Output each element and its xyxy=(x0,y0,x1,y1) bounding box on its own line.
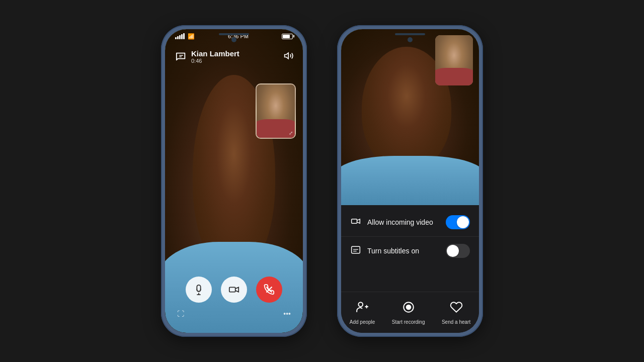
phone2-screen: Allow incoming video xyxy=(341,29,479,333)
video-camera-icon xyxy=(350,216,361,228)
fullscreen-icon[interactable]: ⛶ xyxy=(177,310,184,318)
battery-body xyxy=(282,34,293,39)
send-heart-action[interactable]: Send a heart xyxy=(442,298,470,325)
send-heart-label: Send a heart xyxy=(442,319,470,325)
battery-indicator xyxy=(282,34,293,39)
svg-point-12 xyxy=(358,302,363,307)
camera-dot-phone2 xyxy=(408,37,413,42)
battery-fill xyxy=(283,35,290,38)
speaker-line xyxy=(219,33,249,35)
toggle-knob-subtitles xyxy=(447,245,459,257)
signal-bars xyxy=(175,33,185,39)
option-divider xyxy=(341,236,479,237)
allow-video-toggle[interactable] xyxy=(446,215,470,229)
subtitles-icon xyxy=(350,245,361,257)
phone-1: 📶 6:36 PM xyxy=(161,25,307,337)
caller-name: Kian Lambert xyxy=(191,49,284,58)
bottom-icons: ⛶ ••• xyxy=(165,310,303,318)
option-row-video: Allow incoming video xyxy=(350,212,470,232)
pip-video[interactable]: ⤢ xyxy=(256,83,296,139)
bottom-actions: Add people Start recording xyxy=(341,292,479,333)
heart-icon xyxy=(447,298,465,316)
subtitles-toggle[interactable] xyxy=(446,244,470,258)
signal-area: 📶 xyxy=(175,33,195,40)
video-area xyxy=(341,29,479,205)
toggle-knob-video xyxy=(457,216,469,228)
call-header: Kian Lambert 0:46 xyxy=(165,44,303,69)
pip-video-2[interactable] xyxy=(435,35,473,85)
add-people-action[interactable]: Add people xyxy=(350,298,375,325)
svg-point-16 xyxy=(406,305,411,310)
option-row-subtitles: Turn subtitles on xyxy=(350,241,470,261)
call-screen-2: Allow incoming video xyxy=(341,29,479,333)
option-subtitles-left: Turn subtitles on xyxy=(350,245,419,257)
allow-video-label: Allow incoming video xyxy=(367,218,433,226)
svg-rect-5 xyxy=(229,287,235,292)
add-people-icon xyxy=(353,298,371,316)
subtitles-label: Turn subtitles on xyxy=(367,247,419,255)
call-controls: ⛶ ••• xyxy=(165,277,303,318)
record-icon xyxy=(399,298,418,316)
call-screen: 📶 6:36 PM xyxy=(165,29,303,333)
camera-dot-phone1 xyxy=(231,37,236,42)
end-call-button[interactable] xyxy=(256,277,282,303)
svg-rect-8 xyxy=(352,219,357,223)
speaker-line-2 xyxy=(395,33,425,35)
svg-marker-2 xyxy=(285,53,289,59)
phone-2: Allow incoming video xyxy=(337,25,483,337)
mute-button[interactable] xyxy=(186,277,212,303)
phone1-screen: 📶 6:36 PM xyxy=(165,29,303,333)
more-icon[interactable]: ••• xyxy=(283,310,291,318)
start-recording-label: Start recording xyxy=(392,319,425,325)
chat-icon[interactable] xyxy=(174,50,188,64)
start-recording-action[interactable]: Start recording xyxy=(392,298,425,325)
control-buttons xyxy=(165,277,303,303)
add-people-label: Add people xyxy=(350,319,375,325)
pip-expand-icon: ⤢ xyxy=(289,130,293,136)
pip-face-2 xyxy=(435,35,473,85)
options-area: Allow incoming video xyxy=(341,205,479,292)
caller-info: Kian Lambert 0:46 xyxy=(191,49,284,64)
call-duration: 0:46 xyxy=(191,58,284,64)
svg-rect-9 xyxy=(352,247,360,253)
wifi-icon: 📶 xyxy=(188,33,195,40)
video-button[interactable] xyxy=(221,277,247,303)
option-video-left: Allow incoming video xyxy=(350,216,433,228)
volume-icon[interactable] xyxy=(284,51,294,63)
